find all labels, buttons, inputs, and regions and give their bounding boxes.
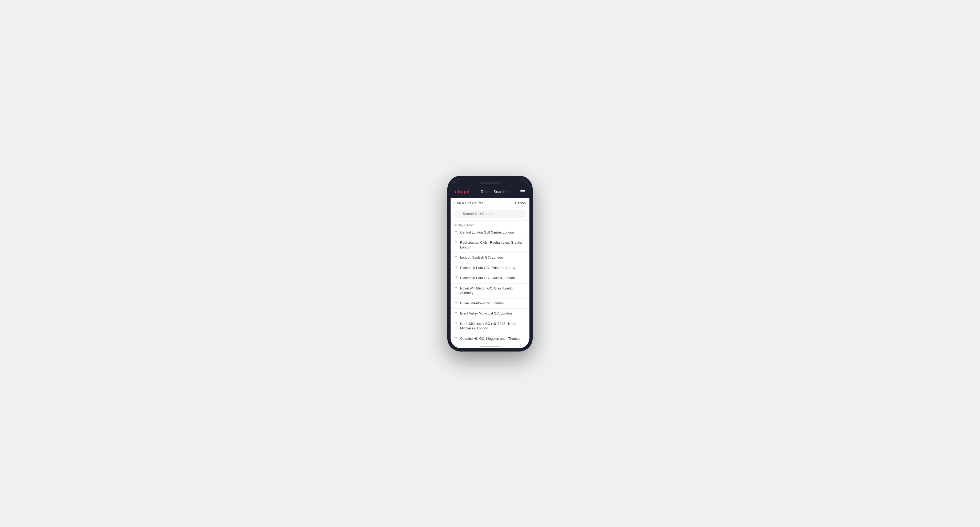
pin-icon: 📍 <box>454 302 458 305</box>
phone-screen: clippd Recent Searches Find a Golf Cours… <box>450 179 530 348</box>
course-item[interactable]: 📍Dukes Meadows GC, London <box>450 298 530 309</box>
course-items-container: 📍Central London Golf Centre, London📍Roeh… <box>450 228 530 343</box>
course-name: Richmond Park GC - Prince's, Surrey <box>460 266 515 271</box>
pin-icon: 📍 <box>454 337 458 340</box>
find-header: Find a Golf Course Cancel <box>450 198 530 208</box>
course-list: Nearby courses 📍Central London Golf Cent… <box>450 221 530 343</box>
course-name: Coombe Hill GC, Kingston upon Thames <box>460 337 520 341</box>
course-item[interactable]: 📍Coombe Hill GC, Kingston upon Thames <box>450 334 530 343</box>
home-indicator <box>450 343 530 348</box>
pin-icon: 📍 <box>454 241 458 244</box>
pin-icon: 📍 <box>454 256 458 259</box>
pin-icon: 📍 <box>454 322 458 325</box>
app-header: clippd Recent Searches <box>450 187 530 198</box>
cancel-button[interactable]: Cancel <box>515 201 526 205</box>
phone-shell: clippd Recent Searches Find a Golf Cours… <box>447 176 533 351</box>
course-item[interactable]: 📍Richmond Park GC - Duke's, London <box>450 273 530 284</box>
home-bar <box>479 346 501 347</box>
nearby-section-label: Nearby courses <box>450 221 530 228</box>
find-label: Find a Golf Course <box>454 201 483 205</box>
course-name: Richmond Park GC - Duke's, London <box>460 276 515 281</box>
app-logo: clippd <box>455 189 470 195</box>
pin-icon: 📍 <box>454 311 458 315</box>
search-input[interactable] <box>454 210 526 218</box>
header-title: Recent Searches <box>480 190 509 194</box>
course-item[interactable]: 📍Brent Valley Municipal GC, London <box>450 309 530 319</box>
pin-icon: 📍 <box>454 231 458 234</box>
pin-icon: 📍 <box>454 266 458 270</box>
content-area: Find a Golf Course Cancel 🔍 Nearby cours… <box>450 198 530 343</box>
course-name: Central London Golf Centre, London <box>460 230 514 235</box>
course-name: London Scottish GC, London <box>460 256 503 260</box>
course-name: Royal Wimbledon GC, Great London Authori… <box>460 286 526 295</box>
phone-notch <box>479 182 501 184</box>
menu-icon[interactable] <box>520 190 525 193</box>
search-wrapper: 🔍 <box>454 210 526 218</box>
course-item[interactable]: 📍North Middlesex GC (1011942 - North Mid… <box>450 319 530 334</box>
course-item[interactable]: 📍London Scottish GC, London <box>450 253 530 263</box>
course-name: Brent Valley Municipal GC, London <box>460 311 512 316</box>
course-item[interactable]: 📍Roehampton Club - Roehampton, Greater L… <box>450 238 530 253</box>
phone-notch-area <box>450 179 530 187</box>
course-name: Dukes Meadows GC, London <box>460 301 504 306</box>
search-container: 🔍 <box>450 208 530 221</box>
course-item[interactable]: 📍Central London Golf Centre, London <box>450 228 530 238</box>
course-name: Roehampton Club - Roehampton, Greater Lo… <box>460 240 526 250</box>
course-item[interactable]: 📍Royal Wimbledon GC, Great London Author… <box>450 284 530 298</box>
pin-icon: 📍 <box>454 276 458 279</box>
course-name: North Middlesex GC (1011942 - North Midd… <box>460 322 526 331</box>
course-item[interactable]: 📍Richmond Park GC - Prince's, Surrey <box>450 263 530 273</box>
pin-icon: 📍 <box>454 287 458 290</box>
